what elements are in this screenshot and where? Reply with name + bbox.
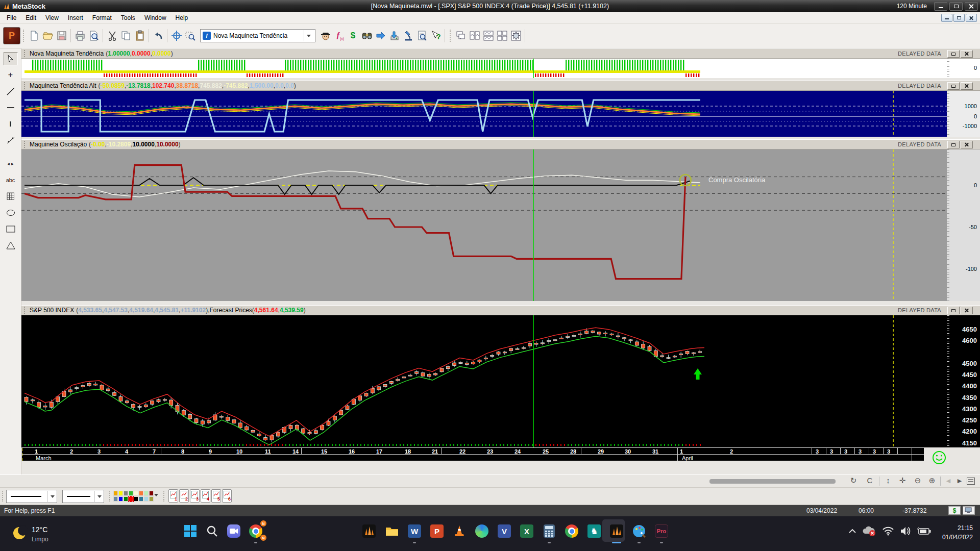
price-panel[interactable]: 4545.810 4650460045004450440043504300425… <box>21 315 980 447</box>
date-label[interactable]: 8 <box>181 448 184 455</box>
trend-alt-panel[interactable]: 10000-1000 <box>21 91 980 137</box>
crosshair-tool[interactable]: + <box>4 68 18 82</box>
date-label[interactable]: 11 <box>265 448 271 455</box>
date-label[interactable]: 3 <box>887 448 890 455</box>
chrome-button[interactable] <box>564 523 579 539</box>
chart-sheet-button-1[interactable]: 1 <box>168 489 178 503</box>
forecaster-button[interactable] <box>374 29 387 43</box>
grid-tool[interactable] <box>4 190 18 203</box>
print-button[interactable] <box>73 29 87 43</box>
new-chart-button[interactable] <box>27 29 41 43</box>
chart-sheet-button-4[interactable]: 4 <box>201 489 210 503</box>
tray-chevron-button[interactable] <box>845 523 860 539</box>
date-label[interactable]: 7 <box>153 448 156 455</box>
menu-file[interactable]: File <box>2 13 21 22</box>
paste-button[interactable] <box>133 29 146 43</box>
smiley-icon[interactable] <box>932 450 947 465</box>
panel-restore-button[interactable] <box>947 141 960 148</box>
color-swatch[interactable] <box>149 491 154 496</box>
date-label[interactable]: 29 <box>598 448 604 455</box>
line-style-dropdown[interactable] <box>6 490 57 503</box>
chart-sheet-button-5[interactable]: 5 <box>211 489 221 503</box>
tray-clock-time[interactable]: 21:15 <box>958 524 973 532</box>
save-chart-button[interactable] <box>55 29 68 43</box>
chess-app-button[interactable]: ♞ <box>586 523 602 539</box>
dropdown-chevron-icon[interactable] <box>304 30 313 41</box>
date-label[interactable]: 1 <box>35 448 38 455</box>
rectangle-tool[interactable] <box>4 222 18 236</box>
chart-sheet-button-2[interactable]: 2 <box>179 489 189 503</box>
signal-panel[interactable]: 0 <box>21 59 980 78</box>
system-tester-button[interactable]: $ <box>346 29 360 43</box>
dropdown-chevron-icon[interactable] <box>47 491 57 502</box>
panel-restore-button[interactable] <box>947 50 960 58</box>
close-button[interactable] <box>965 2 978 11</box>
oscillation-panel[interactable]: Compra Oscilatória 0-50-100 <box>21 149 980 301</box>
downloader-button[interactable] <box>387 29 401 43</box>
date-label[interactable]: 22 <box>459 448 465 455</box>
chart-sheet-button-3[interactable]: 3 <box>190 489 200 503</box>
date-label[interactable]: 16 <box>349 448 355 455</box>
zoom-region-button[interactable] <box>183 29 197 43</box>
line-weight-dropdown[interactable] <box>62 490 104 503</box>
tile-grid-button[interactable] <box>495 29 509 43</box>
edge-button[interactable] <box>474 523 489 539</box>
color-swatch[interactable] <box>129 491 133 496</box>
date-label[interactable]: 28 <box>570 448 576 455</box>
horizontal-line-tool[interactable] <box>4 101 18 114</box>
expert-advisor-button[interactable] <box>318 29 332 43</box>
menu-format[interactable]: Format <box>88 13 116 22</box>
chart-sheet-button-6[interactable]: 6 <box>222 489 232 503</box>
panel-close-button[interactable] <box>961 50 973 58</box>
color-swatch[interactable] <box>144 496 149 502</box>
panel-restore-button[interactable] <box>947 307 960 314</box>
date-label[interactable]: 9 <box>209 448 212 455</box>
scrollbar-thumb[interactable] <box>709 479 836 484</box>
power-tools-icon[interactable]: P <box>3 27 20 44</box>
panel-header-tendencia-alt[interactable]: Maquineta Tendência Alt(-50.0859, -13.78… <box>21 81 980 91</box>
file-explorer-button[interactable] <box>384 523 400 539</box>
child-close-button[interactable] <box>966 14 977 22</box>
powerpoint-button[interactable]: P <box>429 523 445 539</box>
pro-app-button[interactable]: Pro <box>654 523 669 539</box>
menu-tools[interactable]: Tools <box>116 13 140 22</box>
panel-header-oscilacao[interactable]: Maquineta Oscilação(-0.00, -10.2809, 10.… <box>21 139 980 149</box>
text-tool[interactable]: I <box>4 117 18 131</box>
excel-button[interactable]: X <box>519 523 534 539</box>
date-label[interactable]: 3 <box>844 448 847 455</box>
context-help-button[interactable]: ? <box>429 29 443 43</box>
color-swatch[interactable] <box>129 496 133 502</box>
date-label[interactable]: 2 <box>730 448 733 455</box>
research-button[interactable] <box>401 29 415 43</box>
visio-button[interactable]: V <box>497 523 512 539</box>
menu-edit[interactable]: Edit <box>21 13 41 22</box>
scroll-arrows-tool[interactable]: ◄► <box>4 157 18 170</box>
palette-chevron-icon[interactable] <box>154 494 158 496</box>
cascade-windows-button[interactable] <box>454 29 468 43</box>
onedrive-tray-button[interactable] <box>862 523 877 539</box>
menu-window[interactable]: Window <box>140 13 171 22</box>
pan-button[interactable]: ✛ <box>896 476 909 485</box>
calculator-button[interactable] <box>542 523 557 539</box>
date-label[interactable]: 15 <box>321 448 327 455</box>
crosshair-button[interactable] <box>169 29 183 43</box>
restore-button[interactable] <box>949 2 963 11</box>
date-label[interactable]: 23 <box>487 448 493 455</box>
color-swatch[interactable] <box>124 496 128 502</box>
zoom-in-button[interactable]: ⊕ <box>926 476 938 485</box>
dropdown-chevron-icon[interactable] <box>94 491 104 502</box>
battery-tray-button[interactable] <box>916 523 932 539</box>
date-label[interactable]: 3 <box>830 448 833 455</box>
regression-tool[interactable] <box>4 134 18 147</box>
color-swatch[interactable] <box>149 496 154 502</box>
chart-list-button[interactable] <box>967 478 975 485</box>
color-swatch[interactable] <box>124 491 128 496</box>
date-label[interactable]: 3 <box>816 448 819 455</box>
date-label[interactable]: 21 <box>432 448 438 455</box>
weather-temp[interactable]: 12°C <box>32 525 47 534</box>
search-button[interactable] <box>205 523 220 539</box>
pointer-tool[interactable] <box>4 52 18 65</box>
date-label[interactable]: 25 <box>543 448 549 455</box>
tile-horizontal-button[interactable] <box>481 29 495 43</box>
date-label[interactable]: 3 <box>97 448 101 455</box>
